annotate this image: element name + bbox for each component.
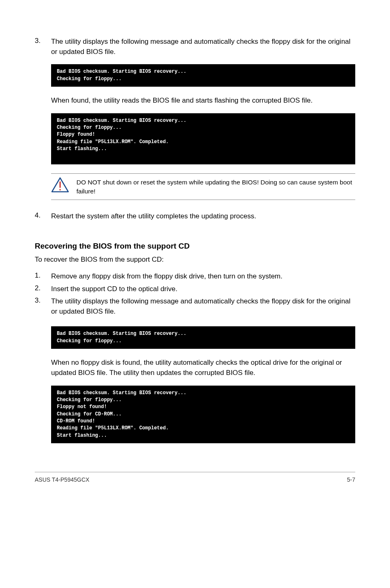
- terminal-output-4: Bad BIOS checksum. Starting BIOS recover…: [51, 386, 355, 444]
- step-number: 2.: [35, 284, 51, 294]
- warning-callout: DO NOT shut down or reset the system whi…: [51, 173, 355, 200]
- step-text: Restart the system after the utility com…: [51, 211, 355, 222]
- step-3: 3. The utility displays the following me…: [35, 37, 355, 57]
- warning-text: DO NOT shut down or reset the system whi…: [76, 177, 355, 196]
- step-number: 3.: [35, 296, 51, 316]
- page-content: 3. The utility displays the following me…: [0, 0, 390, 499]
- step-number: 4.: [35, 211, 51, 222]
- step-number: 1.: [35, 272, 51, 282]
- paragraph-after-terminal-1: When found, the utility reads the BIOS f…: [51, 96, 355, 106]
- list2-step-1: 1. Remove any floppy disk from the flopp…: [35, 272, 355, 282]
- list2-step-3: 3. The utility displays the following me…: [35, 296, 355, 316]
- list2-step-2: 2. Insert the support CD to the optical …: [35, 284, 355, 294]
- step-text: The utility displays the following messa…: [51, 37, 355, 57]
- section-heading: Recovering the BIOS from the support CD: [35, 242, 355, 251]
- footer-right: 5-7: [347, 476, 355, 483]
- step-text: Insert the support CD to the optical dri…: [51, 284, 355, 294]
- terminal-output-2: Bad BIOS checksum. Starting BIOS recover…: [51, 113, 355, 164]
- paragraph-after-terminal-3: When no floppy disk is found, the utilit…: [51, 358, 355, 378]
- warning-icon: [51, 177, 69, 193]
- svg-point-2: [59, 189, 61, 191]
- step-text: Remove any floppy disk from the floppy d…: [51, 272, 355, 282]
- terminal-output-1: Bad BIOS checksum. Starting BIOS recover…: [51, 64, 355, 87]
- terminal-output-3: Bad BIOS checksum. Starting BIOS recover…: [51, 326, 355, 349]
- step-text: The utility displays the following messa…: [51, 296, 355, 316]
- section-intro: To recover the BIOS from the support CD:: [35, 255, 355, 265]
- step-4: 4. Restart the system after the utility …: [35, 211, 355, 222]
- step-number: 3.: [35, 37, 51, 57]
- footer-left: ASUS T4-P5945GCX: [35, 476, 90, 483]
- page-footer: ASUS T4-P5945GCX 5-7: [35, 472, 355, 483]
